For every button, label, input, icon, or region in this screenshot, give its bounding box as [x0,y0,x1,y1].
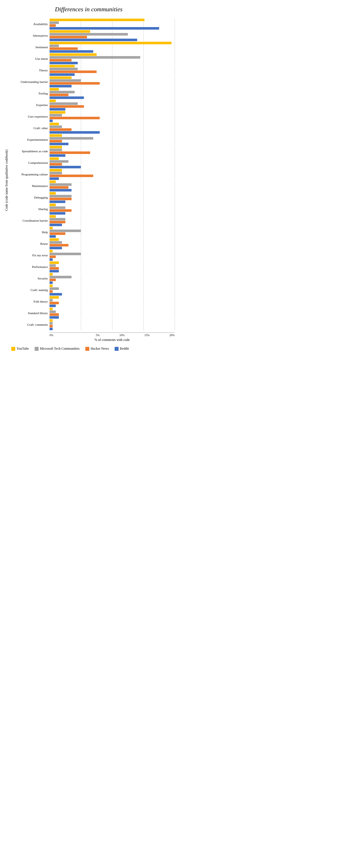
bar-row: Help [9,227,175,238]
bars-group [49,99,175,111]
youtube-bar [49,53,97,56]
row-label: Use intent [9,57,49,61]
hackernews-bar [49,313,59,316]
microsoft-bar [49,68,78,70]
bar-row: Maintenance [9,181,175,191]
single-bar [49,33,175,35]
single-bar [49,88,175,91]
single-bar [49,221,175,223]
bars-wrapper [49,204,175,215]
youtube-bar [49,250,53,252]
bar-row: Coordination barrier [9,215,175,226]
single-bar [49,279,175,281]
single-bar [49,151,175,154]
youtube-bar [49,157,59,160]
row-label: Sharing [9,207,49,211]
row-label: Craft: other [9,126,49,130]
youtube-bar [49,123,59,125]
legend-item-youtube: YouTube [11,347,29,351]
bars-wrapper [49,19,175,30]
reddit-bar [49,189,72,191]
single-bar [49,316,175,319]
reddit-bar [49,235,56,238]
x-tick: 5% [75,333,100,337]
single-bar [49,232,175,235]
bars-wrapper [49,157,175,168]
microsoft-bar [49,33,128,35]
single-bar [49,53,175,56]
single-bar [49,68,175,70]
single-bar [49,207,175,209]
bars-area: AvailabilityAlternativesSentimentUse int… [9,19,175,331]
bars-wrapper [49,88,175,99]
single-bar [49,82,175,85]
bars-group [49,111,175,122]
single-bar [49,229,175,232]
microsoft-bar [49,44,59,47]
reddit-bar [49,62,78,64]
reddit-bar [49,281,53,284]
legend-label-hackernews: Hacker News [91,347,109,351]
bar-row: Expertise [9,99,175,111]
hackernews-bar [49,186,68,189]
legend-item-reddit: Reddit [115,347,129,351]
single-bar [49,94,175,96]
bars-group [49,227,175,238]
youtube-bar [49,238,59,241]
bars-wrapper [49,273,175,284]
hackernews-bar [49,221,65,223]
bars-group [49,42,175,53]
x-tick: 10% [100,333,125,337]
reddit-bar [49,120,53,122]
reddit-bar [49,328,53,330]
youtube-bar [49,192,56,194]
single-bar [49,163,175,165]
single-bar [49,299,175,302]
bars-wrapper [49,308,175,319]
bars-group [49,157,175,168]
bars-wrapper [49,111,175,122]
bars-group [49,19,175,30]
single-bar [49,85,175,87]
bar-row: Reuse [9,238,175,249]
microsoft-bar [49,287,59,290]
microsoft-bar [49,183,72,186]
microsoft-bar [49,276,72,278]
single-bar [49,27,175,30]
bar-row: Availability [9,19,175,30]
hackernews-bar [49,140,62,143]
microsoft-bar [49,91,75,93]
single-bar [49,120,175,122]
reddit-bar [49,39,137,41]
bar-row: Security [9,273,175,284]
legend-item-microsoft: Microsoft Tech Communities [35,347,80,351]
microsoft-bar [49,125,62,128]
reddit-bar [49,305,56,307]
hackernews-bar [49,128,72,131]
bars-group [49,53,175,64]
bars-group [49,134,175,145]
hackernews-bar [49,198,72,200]
bars-group [49,65,175,76]
bar-row: Alternatives [9,30,175,41]
single-bar [49,183,175,186]
bars-wrapper [49,42,175,53]
bars-wrapper [49,181,175,191]
single-bar [49,276,175,278]
bars-wrapper [49,76,175,87]
microsoft-bar [49,195,72,197]
single-bar [49,270,175,272]
bars-wrapper [49,99,175,111]
single-bar [49,134,175,137]
row-label: Theory [9,68,49,72]
row-label: Fix my error [9,253,49,257]
single-bar [49,172,175,174]
chart-container: Code (code name from qualitative codeboo… [3,19,175,342]
bars-wrapper [49,250,175,261]
single-bar [49,102,175,105]
single-bar [49,195,175,197]
single-bar [49,209,175,212]
chart-inner: AvailabilityAlternativesSentimentUse int… [9,19,175,342]
microsoft-bar [49,149,62,151]
youtube-bar [49,319,53,322]
